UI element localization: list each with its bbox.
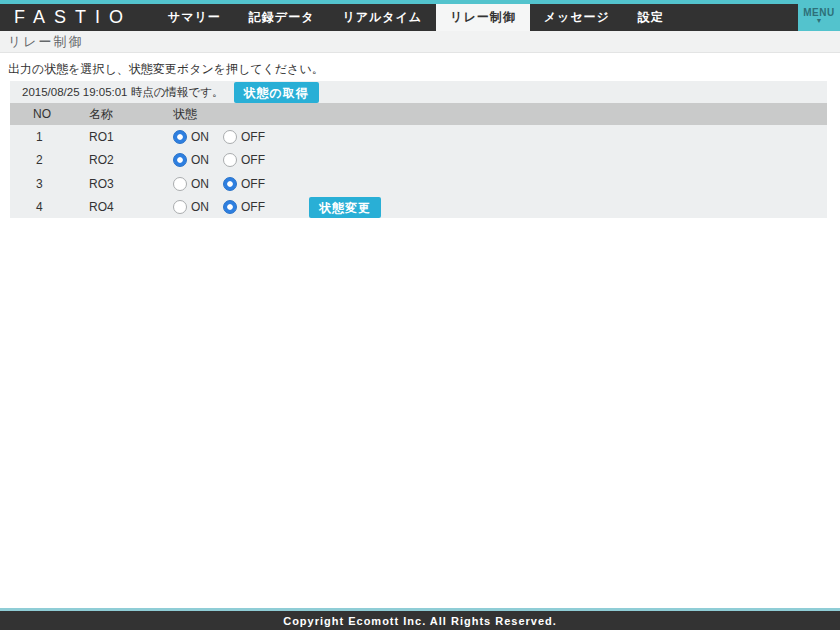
nav-item-realtime[interactable]: リアルタイム [328, 4, 436, 31]
relay-name: RO4 [89, 200, 173, 214]
relay-state-group: ON OFF [173, 177, 827, 191]
nav-item-recorded-data[interactable]: 記録データ [235, 4, 329, 31]
radio-off[interactable] [223, 200, 237, 214]
relay-state-group: ON OFF 状態変更 [173, 197, 827, 218]
menu-button[interactable]: MENU ▼ [798, 0, 840, 31]
column-header-name: 名称 [89, 106, 173, 123]
relay-no: 4 [10, 200, 89, 214]
radio-on[interactable] [173, 130, 187, 144]
radio-on-label[interactable]: ON [191, 153, 209, 167]
fetch-status-button[interactable]: 状態の取得 [234, 82, 319, 103]
radio-on[interactable] [173, 200, 187, 214]
status-info-row: 2015/08/25 19:05:01 時点の情報です。 状態の取得 [10, 81, 827, 103]
nav-item-summary[interactable]: サマリー [154, 4, 235, 31]
radio-off-label[interactable]: OFF [241, 200, 265, 214]
table-row: 2 RO2 ON OFF [10, 149, 827, 173]
column-header-no: NO [10, 107, 89, 121]
copyright-text: Copyright Ecomott Inc. All Rights Reserv… [283, 615, 557, 627]
radio-off-label[interactable]: OFF [241, 130, 265, 144]
brand-logo: FASTIO [14, 7, 132, 28]
table-row: 1 RO1 ON OFF [10, 125, 827, 149]
relay-state-group: ON OFF [173, 153, 827, 167]
nav-items: サマリー 記録データ リアルタイム リレー制御 メッセージ 設定 [154, 4, 678, 31]
radio-off[interactable] [223, 153, 237, 167]
page-title: リレー制御 [8, 33, 84, 51]
nav-item-settings[interactable]: 設定 [624, 4, 678, 31]
radio-on[interactable] [173, 177, 187, 191]
radio-off[interactable] [223, 130, 237, 144]
column-header-state: 状態 [173, 106, 827, 123]
timestamp-note: 2015/08/25 19:05:01 時点の情報です。 [22, 85, 224, 100]
relay-no: 2 [10, 153, 89, 167]
instruction-text: 出力の状態を選択し、状態変更ボタンを押してください。 [8, 61, 324, 78]
relay-rows: 1 RO1 ON OFF 2 RO2 ON OFF 3 RO3 [10, 125, 827, 219]
radio-on[interactable] [173, 153, 187, 167]
relay-name: RO3 [89, 177, 173, 191]
change-state-button[interactable]: 状態変更 [309, 197, 381, 218]
relay-no: 1 [10, 130, 89, 144]
nav-item-message[interactable]: メッセージ [530, 4, 624, 31]
radio-on-label[interactable]: ON [191, 177, 209, 191]
radio-off-label[interactable]: OFF [241, 177, 265, 191]
chevron-down-icon: ▼ [816, 18, 823, 24]
radio-on-label[interactable]: ON [191, 130, 209, 144]
table-header-row: NO 名称 状態 [10, 103, 827, 125]
relay-name: RO1 [89, 130, 173, 144]
navbar: FASTIO サマリー 記録データ リアルタイム リレー制御 メッセージ 設定 [0, 4, 840, 31]
table-row: 3 RO3 ON OFF [10, 172, 827, 196]
radio-off-label[interactable]: OFF [241, 153, 265, 167]
title-bar: リレー制御 [0, 31, 840, 53]
relay-no: 3 [10, 177, 89, 191]
table-row: 4 RO4 ON OFF 状態変更 [10, 196, 827, 220]
nav-item-relay-control[interactable]: リレー制御 [436, 4, 530, 31]
relay-panel: 2015/08/25 19:05:01 時点の情報です。 状態の取得 NO 名称… [10, 81, 827, 218]
radio-on-label[interactable]: ON [191, 200, 209, 214]
radio-off[interactable] [223, 177, 237, 191]
relay-state-group: ON OFF [173, 130, 827, 144]
relay-name: RO2 [89, 153, 173, 167]
footer: Copyright Ecomott Inc. All Rights Reserv… [0, 611, 840, 630]
